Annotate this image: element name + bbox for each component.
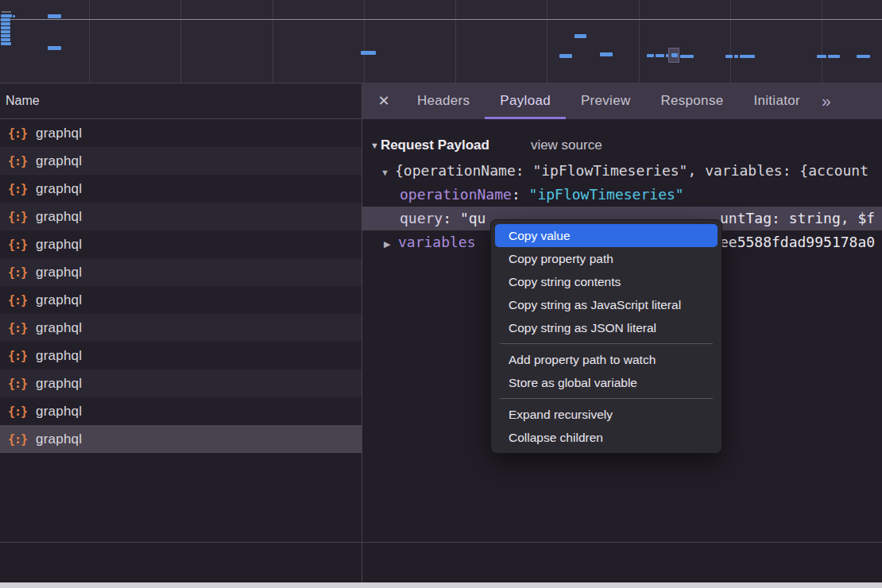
details-tabbar: ✕ HeadersPayloadPreviewResponseInitiator… (362, 83, 882, 119)
json-variables-overflow-text: ee5588fdad995178a0 (720, 230, 875, 254)
request-name: graphql (36, 126, 82, 141)
request-row[interactable]: {:}graphql (0, 425, 362, 453)
context-menu: Copy valueCopy property pathCopy string … (490, 219, 722, 454)
network-overview-timeline[interactable] (0, 0, 882, 83)
section-title: Request Payload (381, 137, 489, 153)
overview-gridline (180, 0, 181, 83)
overview-gridline (730, 0, 731, 83)
json-key: query (400, 210, 443, 226)
json-braces-icon: {:} (8, 377, 27, 391)
request-row[interactable]: {:}graphql (0, 230, 362, 258)
request-row[interactable]: {:}graphql (0, 119, 362, 147)
json-braces-icon: {:} (8, 293, 27, 308)
json-operation-line[interactable]: operationName: "ipFlowTimeseries" (362, 183, 882, 207)
waterfall-bar (666, 54, 668, 57)
waterfall-bar (1, 18, 10, 21)
menu-item-copy-string-as-json-literal[interactable]: Copy string as JSON literal (495, 316, 718, 339)
footer-divider (0, 542, 882, 543)
devtools-network-panel: Name {:}graphql{:}graphql{:}graphql{:}gr… (0, 0, 882, 588)
request-name: graphql (36, 181, 82, 197)
tab-initiator[interactable]: Initiator (738, 83, 814, 119)
expander-open-icon[interactable]: ▼ (381, 161, 395, 183)
waterfall-bar (13, 15, 15, 17)
request-row[interactable]: {:}graphql (0, 397, 362, 425)
waterfall-bar (361, 51, 376, 55)
tab-headers[interactable]: Headers (402, 83, 485, 119)
menu-item-copy-string-as-javascript-literal[interactable]: Copy string as JavaScript literal (495, 293, 718, 316)
menu-item-copy-string-contents[interactable]: Copy string contents (495, 270, 718, 293)
waterfall-bar (817, 55, 826, 58)
json-braces-icon: {:} (8, 210, 27, 224)
tab-payload[interactable]: Payload (485, 83, 566, 119)
window-bottom-edge (0, 582, 882, 588)
menu-item-collapse-children[interactable]: Collapse children (495, 426, 718, 449)
request-row[interactable]: {:}graphql (0, 342, 362, 369)
menu-item-copy-value[interactable]: Copy value (495, 224, 718, 247)
request-name: graphql (36, 348, 82, 364)
waterfall-bar (574, 34, 586, 38)
waterfall-bar (1, 22, 10, 25)
column-header-label: Name (6, 94, 40, 108)
overview-gridline (364, 0, 365, 83)
waterfall-bar (680, 55, 694, 58)
close-icon[interactable]: ✕ (372, 92, 396, 110)
json-colon: : (443, 210, 460, 226)
overview-baseline (0, 19, 882, 20)
request-list: {:}graphql{:}graphql{:}graphql{:}graphql… (0, 119, 362, 453)
overview-gridline (822, 0, 822, 83)
expander-closed-icon[interactable]: ▶ (384, 232, 398, 254)
overview-gridline (89, 0, 90, 83)
waterfall-bar (1, 14, 12, 17)
json-braces-icon: {:} (8, 321, 27, 335)
waterfall-bar (48, 14, 61, 18)
request-row[interactable]: {:}graphql (0, 369, 362, 397)
waterfall-bar (857, 55, 870, 58)
waterfall-bar (647, 54, 654, 57)
request-name: graphql (36, 265, 82, 280)
json-key: variables (398, 234, 476, 250)
tab-response[interactable]: Response (645, 83, 738, 119)
waterfall-bar (48, 46, 61, 50)
waterfall-bar (734, 55, 738, 58)
menu-separator (500, 343, 713, 344)
json-braces-icon: {:} (8, 182, 27, 196)
overview-gridline (639, 0, 640, 83)
json-braces-icon: {:} (8, 126, 27, 141)
expander-open-icon[interactable]: ▼ (370, 141, 379, 150)
request-name: graphql (36, 153, 82, 169)
request-row[interactable]: {:}graphql (0, 258, 362, 286)
json-braces-icon: {:} (8, 238, 27, 252)
json-braces-icon: {:} (8, 154, 27, 168)
column-header-name[interactable]: Name (0, 83, 362, 119)
overview-gridline (455, 0, 456, 83)
json-braces-icon: {:} (8, 349, 27, 363)
json-root-line[interactable]: ▼{operationName: "ipFlowTimeseries", var… (362, 159, 882, 183)
request-name: graphql (36, 209, 82, 225)
request-row[interactable]: {:}graphql (0, 314, 362, 342)
overview-gray-marker (2, 11, 11, 13)
waterfall-bar (1, 26, 10, 29)
menu-item-add-property-path-to-watch[interactable]: Add property path to watch (495, 348, 718, 371)
overflow-tabs-icon[interactable]: » (822, 91, 831, 110)
tab-preview[interactable]: Preview (566, 83, 646, 119)
request-row[interactable]: {:}graphql (0, 203, 362, 230)
menu-item-expand-recursively[interactable]: Expand recursively (495, 403, 718, 426)
waterfall-bar (656, 54, 664, 57)
request-name: graphql (36, 237, 82, 253)
json-braces-icon: {:} (8, 265, 27, 280)
request-row[interactable]: {:}graphql (0, 286, 362, 314)
waterfall-bar (1, 38, 10, 41)
waterfall-bar (740, 55, 755, 58)
waterfall-bar (1, 42, 11, 45)
view-source-link[interactable]: view source (531, 137, 602, 153)
waterfall-bar (1, 30, 10, 33)
request-row[interactable]: {:}graphql (0, 175, 362, 203)
tab-list: HeadersPayloadPreviewResponseInitiator (402, 83, 815, 119)
waterfall-bar (671, 53, 678, 57)
pane-divider[interactable] (362, 83, 362, 582)
request-name: graphql (36, 431, 82, 447)
menu-item-store-as-global-variable[interactable]: Store as global variable (495, 371, 718, 394)
json-string-value: "qu (460, 210, 486, 226)
menu-item-copy-property-path[interactable]: Copy property path (495, 247, 718, 270)
request-row[interactable]: {:}graphql (0, 147, 362, 175)
